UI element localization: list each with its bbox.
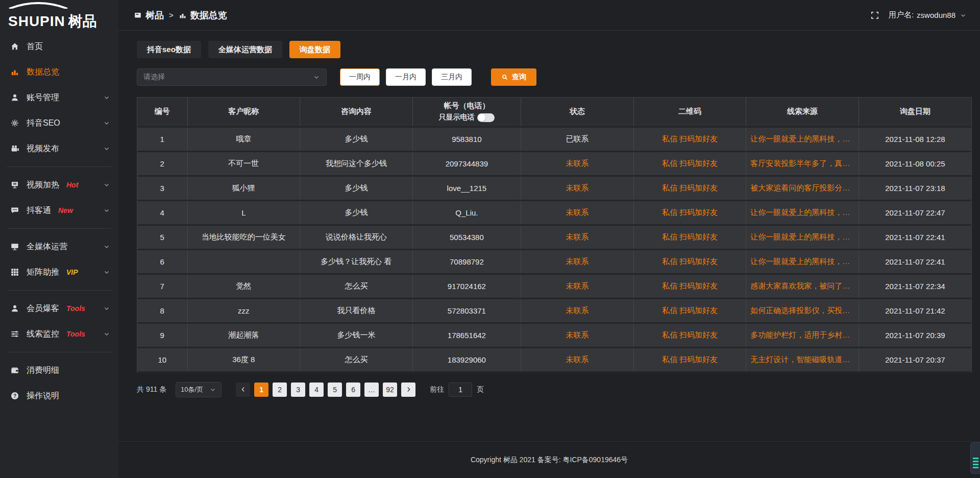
sidebar-item-label: 数据总览	[27, 67, 59, 78]
logo-arc	[7, 2, 69, 9]
sidebar-item-account[interactable]: 账号管理	[0, 85, 118, 110]
sidebar-divider	[7, 290, 111, 291]
total-count: 共 911 条	[137, 385, 166, 394]
page-button-92[interactable]: 92	[383, 383, 397, 397]
breadcrumb-home[interactable]: 树品	[134, 9, 164, 21]
page-button-1[interactable]: 1	[254, 383, 268, 397]
table-row: 3狐小狸多少钱love__1215未联系私信 扫码加好友被大家追着问的客厅投影分…	[137, 176, 971, 200]
page-button-6[interactable]: 6	[346, 383, 360, 397]
cell-source[interactable]: 被大家追着问的客厅投影分享...	[746, 176, 859, 200]
sidebar-item-publish[interactable]: 视频发布	[0, 136, 118, 161]
page-goto: 前往 页	[430, 383, 484, 397]
chevron-down-icon	[103, 269, 110, 276]
period-buttons: 一周内一月内三月内	[340, 68, 472, 86]
sidebar-item-label: 账号管理	[27, 92, 59, 103]
page-button-4[interactable]: 4	[309, 383, 324, 397]
cell-source[interactable]: 客厅安装投影半年多了，真实...	[746, 151, 859, 176]
breadcrumb-separator: >	[169, 11, 174, 19]
inquiry-table: 编号 客户昵称 咨询内容 帐号（电话） 只显示电话 状态	[137, 97, 972, 373]
tab-1[interactable]: 全媒体运营数据	[208, 41, 282, 58]
sidebar-item-help[interactable]: ?操作说明	[0, 383, 118, 409]
query-button[interactable]: 查询	[491, 68, 536, 86]
col-qrcode: 二维码	[633, 98, 746, 127]
cell-source[interactable]: 让你一眼就爱上的黑科技，能...	[746, 249, 859, 274]
fullscreen-icon[interactable]	[870, 11, 879, 20]
sidebar-item-douketong[interactable]: 抖客通New	[0, 198, 118, 223]
cell-source[interactable]: 让你一眼就爱上的黑科技，能...	[746, 127, 859, 151]
pagination: 共 911 条 10条/页 123456…92 前往 页	[137, 382, 972, 397]
cell-qr-links[interactable]: 私信 扫码加好友	[633, 298, 746, 323]
sidebar-item-home[interactable]: 首页	[0, 34, 118, 59]
cell-qr-links[interactable]: 私信 扫码加好友	[633, 347, 746, 372]
cell-nickname	[187, 249, 300, 274]
cell-source[interactable]: 无主灯设计，智能磁吸轨道灯...	[746, 347, 859, 372]
search-icon	[501, 74, 508, 81]
user-menu[interactable]: 用户名: zswodun88	[889, 10, 967, 20]
cell-qr-links[interactable]: 私信 扫码加好友	[633, 249, 746, 274]
goto-page-input[interactable]	[449, 383, 472, 397]
cell-serial: 8	[137, 298, 187, 323]
period-button-0[interactable]: 一周内	[340, 68, 380, 86]
page-number-list: 123456…92	[254, 383, 397, 397]
page-button-3[interactable]: 3	[291, 383, 305, 397]
cell-qr-links[interactable]: 私信 扫码加好友	[633, 151, 746, 176]
cell-qr-links[interactable]: 私信 扫码加好友	[633, 323, 746, 347]
sidebar-item-expense[interactable]: 消费明细	[0, 357, 118, 383]
sidebar-item-media[interactable]: 全媒体运营	[0, 234, 118, 259]
cell-status: 未联系	[521, 176, 634, 200]
col-account-label: 帐号（电话）	[416, 101, 518, 111]
copyright-text: Copyright 树品 2021 备案号: 粤ICP备09019646号	[471, 456, 628, 465]
cell-source[interactable]: 让你一眼就爱上的黑科技，能...	[746, 200, 859, 225]
user-icon	[10, 93, 19, 102]
sidebar-item-clue[interactable]: 线索监控Tools	[0, 321, 118, 347]
cell-serial: 6	[137, 249, 187, 274]
cell-content: 我只看价格	[300, 298, 413, 323]
account-select[interactable]: 请选择	[137, 68, 327, 86]
cell-source[interactable]: 让你一眼就爱上的黑科技，能...	[746, 225, 859, 249]
sidebar-item-matrix[interactable]: 矩阵助推VIP	[0, 259, 118, 285]
period-button-2[interactable]: 三月内	[432, 68, 472, 86]
username-value: zswodun88	[917, 11, 955, 19]
page-button-2[interactable]: 2	[273, 383, 287, 397]
col-nickname: 客户昵称	[187, 98, 300, 127]
sidebar-item-member[interactable]: 会员爆客Tools	[0, 296, 118, 321]
filter-bar: 请选择 一周内一月内三月内 查询	[137, 68, 972, 86]
prev-page-button[interactable]	[236, 383, 250, 397]
cell-qr-links[interactable]: 私信 扫码加好友	[633, 127, 746, 151]
sidebar-item-label: 抖客通	[27, 205, 51, 216]
cell-serial: 1	[137, 127, 187, 151]
cell-source[interactable]: 多功能护栏灯，适用于乡村文...	[746, 323, 859, 347]
sidebar-divider	[7, 228, 111, 229]
phone-only-toggle[interactable]	[477, 113, 495, 122]
cell-nickname: 潮起潮落	[187, 323, 300, 347]
sidebar-item-label: 矩阵助推	[27, 267, 59, 278]
breadcrumb-current: 数据总览	[179, 9, 227, 21]
cell-source[interactable]: 感谢大家喜欢我家，被问了好...	[746, 274, 859, 298]
sidebar-item-heat[interactable]: 视频加热Hot	[0, 172, 118, 198]
cell-qr-links[interactable]: 私信 扫码加好友	[633, 176, 746, 200]
cell-content: 多少钱一米	[300, 323, 413, 347]
cell-qr-links[interactable]: 私信 扫码加好友	[633, 274, 746, 298]
page-title: 数据总览	[190, 9, 227, 21]
sidebar-item-seo[interactable]: 抖音SEO	[0, 110, 118, 136]
chevron-down-icon	[960, 12, 967, 19]
sidebar-item-overview[interactable]: 数据总览	[0, 59, 118, 85]
tab-0[interactable]: 抖音seo数据	[137, 41, 201, 58]
page-button-5[interactable]: 5	[328, 383, 342, 397]
top-bar: 树品 > 数据总览 用户名: zswodun88	[118, 0, 980, 31]
pagination-ellipsis[interactable]: …	[364, 383, 379, 397]
cell-account: 178651642	[412, 323, 521, 347]
badge-tools: Tools	[66, 304, 85, 313]
floating-assistant-widget[interactable]	[970, 442, 980, 474]
period-button-1[interactable]: 一月内	[386, 68, 426, 86]
bar-chart-icon	[10, 67, 19, 77]
next-page-button[interactable]	[401, 383, 415, 397]
cell-status: 未联系	[521, 151, 634, 176]
cell-qr-links[interactable]: 私信 扫码加好友	[633, 225, 746, 249]
cell-qr-links[interactable]: 私信 扫码加好友	[633, 200, 746, 225]
tab-2[interactable]: 询盘数据	[289, 41, 340, 58]
cell-source[interactable]: 如何正确选择投影仪，买投影...	[746, 298, 859, 323]
page-size-select[interactable]: 10条/页	[176, 382, 222, 397]
cell-date: 2021-11-07 20:37	[859, 347, 971, 372]
cell-account: 2097344839	[412, 151, 521, 176]
